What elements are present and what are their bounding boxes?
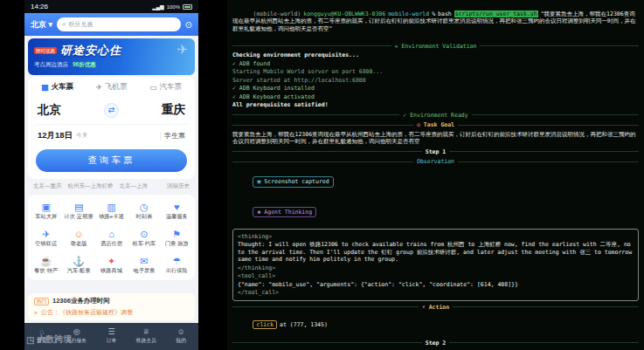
env-satisfied: All prerequisites satisfied!	[232, 101, 639, 109]
nav-item-membership[interactable]: ♕ 铁路会员	[128, 328, 163, 345]
divider-line	[232, 306, 419, 307]
service-label: 温馨服务	[161, 213, 193, 221]
swap-cities-button[interactable]: ⇄	[104, 103, 119, 118]
announcement-hot[interactable]: 热门 12306业务办理时间	[34, 297, 189, 305]
search-input[interactable]: ⌕ 积分兑换	[57, 17, 181, 31]
ticket-tabs: ▦ 火车票 ✈ 飞机票 ▭ 汽车票	[36, 81, 187, 97]
service-label: 车站大屏	[30, 213, 62, 221]
nav-item-orders[interactable]: ☰ 订单	[94, 328, 129, 345]
phone-emulator: 14:26 ▂▄▆ 100% 北京 ▾ ⌕ 积分兑换 ⊙ 限时优惠 研途安心住 …	[24, 0, 198, 350]
customer-service-icon[interactable]: ⊙	[185, 20, 192, 30]
service-item-tour-ticket[interactable]: ⚑ 门票·旅游	[161, 229, 193, 248]
arrival-city[interactable]: 重庆	[162, 102, 185, 118]
step1-observation-header: Observation	[232, 158, 639, 166]
divider	[160, 132, 161, 141]
brain-icon: ✱	[257, 209, 260, 216]
divider-line	[453, 306, 639, 307]
nav-item-profile[interactable]: ☺ 我的	[163, 328, 198, 345]
service-label: 空铁联运	[30, 240, 62, 248]
service-item-bus-ship[interactable]: ⚓ 汽车·船票	[62, 256, 94, 275]
search-tickets-button[interactable]: 查询车票	[36, 149, 187, 172]
divider-line	[232, 342, 422, 343]
promo-banner[interactable]: 限时优惠 研途安心住 考点周边酒店 96折优惠 ✈	[28, 38, 195, 75]
service-item-pass-ticket[interactable]: ▤ 计次·定期票	[62, 202, 94, 221]
target-icon: ◎	[417, 121, 420, 128]
service-item-ecard[interactable]: ▥ 铁路e卡通	[95, 202, 128, 221]
signal-icon: ▂▄▆	[152, 3, 163, 10]
service-item-rail-mall[interactable]: ✦ 铁路商城	[95, 256, 128, 275]
banner-subtitle: 考点周边酒店	[34, 61, 68, 69]
pass-icon: ▤	[62, 202, 94, 212]
departure-city[interactable]: 北京	[38, 102, 61, 118]
mall-icon: ✦	[95, 256, 128, 266]
screen-icon: ▣	[30, 202, 62, 212]
env-server-started: Server started at http://localhost:6800	[232, 77, 639, 85]
student-ticket-toggle[interactable]: 学生票	[164, 131, 185, 141]
step-label: Step 1	[426, 148, 446, 156]
app-header: 北京 ▾ ⌕ 积分兑换 ⊙	[24, 13, 198, 36]
tab-label: 火车票	[52, 82, 74, 93]
swap-icon: ⇄	[108, 106, 115, 114]
observation-label: Observation	[417, 158, 454, 166]
service-item-care-service[interactable]: ♥ 温馨服务	[161, 202, 193, 221]
announcement-notice[interactable]: » 公告：《铁路旅客运输规程》调整	[34, 308, 189, 317]
service-item-insurance[interactable]: ☂ 出行保险	[161, 256, 193, 275]
divider-line	[232, 161, 413, 162]
task-goal-text: 我要紧急去上海，帮我在12306查询现在最早从杭州西站去上海的票，有二等座票的就…	[232, 131, 639, 146]
status-time: 14:26	[31, 3, 48, 10]
service-item-hotel[interactable]: ⌂ 酒店住宿	[95, 229, 128, 248]
banner-badge: 限时优惠	[34, 47, 57, 54]
search-history: 北京—重庆 杭州东—上海虹桥 北京—上海 清除历史	[33, 182, 190, 190]
service-item-elderly-mode[interactable]: ☺ 敬老版	[62, 229, 94, 248]
service-item-air-rail[interactable]: ✈ 空铁联运	[30, 229, 62, 248]
env-checking: Checking environment prerequisites...	[232, 51, 639, 59]
screenshot-captured-badge: ▣ Screenshot captured	[253, 176, 333, 188]
agent-terminal[interactable]: (mobile-world)kongguyu@KU-QBLWWK3-0306mo…	[227, 0, 644, 350]
elderly-icon: ☺	[62, 229, 94, 239]
service-item-car-rental[interactable]: ⊙ 租车·约车	[128, 229, 160, 248]
service-label: 餐饮·特产	[30, 267, 62, 275]
tab-flight-ticket[interactable]: ✈ 飞机票	[95, 82, 127, 93]
tab-label: 飞机票	[105, 82, 128, 93]
action-coordinates: at (777, 1345)	[280, 321, 328, 328]
tab-bus-ticket[interactable]: ▭ 汽车票	[149, 82, 182, 93]
city-selector[interactable]: 北京 ▾	[31, 19, 52, 31]
section-task-goal: ◎ Task Goal	[232, 121, 639, 129]
action-verb-chip: click	[253, 320, 277, 330]
tab-train-ticket[interactable]: ▦ 火车票	[41, 82, 73, 93]
service-label: 门票·旅游	[161, 240, 193, 248]
history-item[interactable]: 北京—重庆	[33, 182, 62, 190]
step1-header: Step 1	[232, 148, 639, 156]
service-label: 敬老版	[62, 240, 94, 248]
route-selector: 北京 ⇄ 重庆	[36, 97, 187, 124]
service-item-food[interactable]: ☕ 餐饮·特产	[30, 256, 62, 275]
terminal-prompt: (mobile-world)kongguyu@KU-QBLWWK3-0306mo…	[232, 3, 639, 40]
invoice-icon: ✉	[128, 256, 160, 266]
section-env-ready: ✓ Environment Ready	[232, 112, 639, 120]
flag-icon: ⚑	[161, 229, 193, 239]
watermark-logo-icon: ◳	[26, 335, 34, 345]
service-item-station-screen[interactable]: ▣ 车站大屏	[30, 202, 62, 221]
watermark: ◳ 大数跨境	[26, 333, 72, 346]
divider-line	[232, 125, 413, 126]
notice-text: 公告：《铁路旅客运输规程》调整	[41, 308, 133, 317]
divider-line	[458, 161, 639, 162]
tool-call-json: {"name": "mobile_use", "arguments": {"ac…	[238, 281, 634, 289]
service-label: 时刻表	[128, 213, 160, 221]
service-item-timetable[interactable]: ◷ 时刻表	[128, 202, 160, 221]
plane-icon: ✈	[177, 42, 188, 58]
history-item[interactable]: 北京—上海	[120, 182, 149, 190]
announcement-title: 12306业务办理时间	[52, 297, 110, 305]
service-item-einvoice[interactable]: ✉ 电子发票	[128, 256, 160, 275]
nav-label: 订单	[107, 337, 117, 345]
clear-history-button[interactable]: 清除历史	[167, 182, 190, 190]
watermark-text: 大数跨境	[37, 333, 72, 346]
date-picker[interactable]: 12月18日	[38, 130, 73, 141]
banner-discount: 96折优惠	[73, 61, 96, 69]
agent-thinking-badge: ✱ Agent Thinking	[253, 207, 316, 218]
service-label: 酒店住宿	[95, 240, 128, 248]
bus-icon: ▭	[149, 83, 157, 92]
history-item[interactable]: 杭州东—上海虹桥	[68, 182, 114, 190]
service-label: 铁路商城	[95, 267, 128, 275]
cwd: mobile-world	[388, 10, 429, 17]
